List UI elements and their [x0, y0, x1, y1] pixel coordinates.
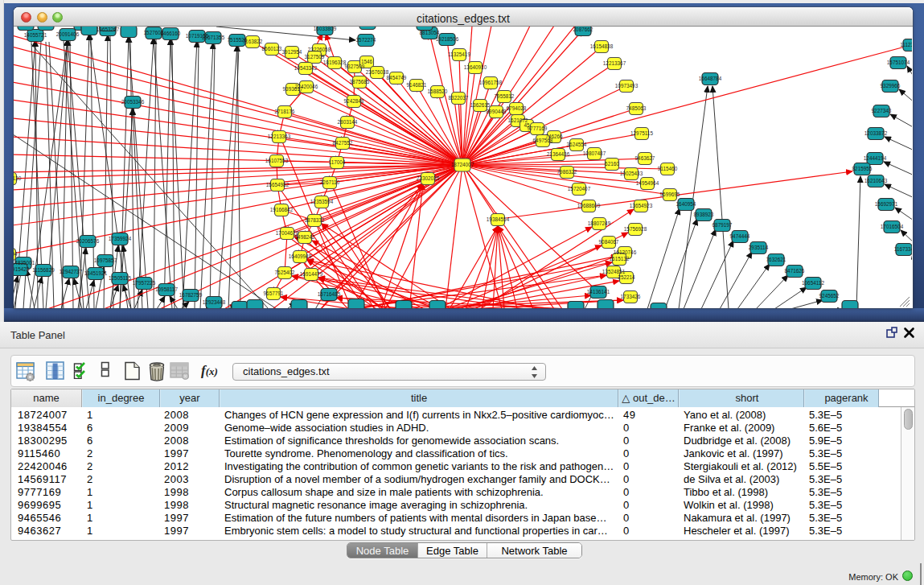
svg-text:1362615: 1362615	[470, 102, 491, 108]
svg-text:6466160: 6466160	[161, 31, 181, 36]
svg-text:3915423: 3915423	[14, 266, 30, 272]
svg-text:453594: 453594	[14, 251, 18, 257]
svg-text:10543342: 10543342	[294, 65, 318, 71]
svg-text:12444194: 12444194	[864, 155, 887, 161]
svg-text:14835001: 14835001	[14, 260, 35, 266]
svg-text:12942737: 12942737	[60, 269, 83, 274]
svg-text:8471626: 8471626	[785, 268, 805, 274]
svg-text:6879197: 6879197	[713, 222, 733, 228]
svg-text:8660123: 8660123	[262, 46, 282, 51]
svg-text:14954964: 14954964	[636, 180, 659, 186]
svg-text:2087662: 2087662	[573, 27, 593, 32]
svg-text:3875685: 3875685	[350, 79, 370, 84]
svg-text:11156829: 11156829	[32, 267, 55, 273]
svg-text:10654112: 10654112	[802, 280, 824, 286]
svg-text:1167334: 1167334	[894, 246, 912, 252]
svg-text:12213367: 12213367	[603, 60, 626, 66]
svg-text:15692971: 15692971	[875, 201, 898, 207]
svg-text:8938923: 8938923	[694, 212, 714, 217]
svg-text:13524851: 13524851	[602, 269, 626, 274]
svg-text:19384554: 19384554	[487, 216, 510, 222]
svg-text:13267130: 13267130	[14, 175, 22, 181]
svg-text:16782759: 16782759	[179, 292, 203, 298]
svg-text:2803144: 2803144	[338, 119, 358, 125]
svg-text:6794028: 6794028	[507, 105, 527, 111]
svg-text:16914479: 16914479	[300, 271, 323, 277]
svg-text:12033872: 12033872	[864, 130, 888, 136]
svg-text:7955812: 7955812	[495, 93, 515, 99]
svg-text:9084067: 9084067	[599, 239, 619, 245]
svg-text:23302035: 23302035	[417, 175, 440, 181]
svg-text:7485063: 7485063	[626, 105, 647, 111]
svg-text:7632621: 7632621	[766, 257, 786, 262]
svg-text:13654923: 13654923	[630, 203, 653, 208]
svg-text:14136141: 14136141	[587, 289, 610, 295]
svg-text:15716485: 15716485	[318, 291, 341, 297]
svg-text:9242848: 9242848	[344, 98, 364, 104]
svg-text:3127509: 3127509	[305, 54, 325, 60]
svg-text:18807249: 18807249	[588, 220, 611, 226]
svg-text:9146821: 9146821	[407, 82, 427, 88]
svg-text:9245652: 9245652	[819, 293, 840, 299]
svg-text:16409949: 16409949	[289, 253, 312, 259]
svg-text:9699695: 9699695	[660, 192, 680, 197]
svg-text:10958117: 10958117	[155, 286, 178, 292]
svg-text:12213363: 12213363	[268, 134, 291, 139]
svg-text:9463627: 9463627	[635, 155, 655, 161]
svg-text:9393617: 9393617	[283, 86, 303, 92]
svg-text:10688609: 10688609	[577, 203, 601, 208]
svg-text:19218506: 19218506	[436, 36, 459, 42]
svg-text:62160: 62160	[605, 161, 619, 167]
svg-text:8813054: 8813054	[420, 30, 440, 35]
svg-text:16654982: 16654982	[266, 182, 290, 187]
svg-text:11325419: 11325419	[448, 51, 470, 57]
svg-text:16120746: 16120746	[614, 249, 637, 255]
svg-text:10973493: 10973493	[615, 83, 639, 89]
svg-text:13640910: 13640910	[464, 64, 487, 70]
svg-text:16210643: 16210643	[864, 178, 888, 183]
svg-text:15720407: 15720407	[568, 186, 591, 192]
svg-text:14055721: 14055721	[24, 32, 47, 38]
svg-text:16107553: 16107553	[265, 158, 289, 163]
svg-text:20091406: 20091406	[56, 31, 80, 37]
svg-text:23676038: 23676038	[366, 69, 389, 75]
svg-text:9329966: 9329966	[881, 83, 901, 89]
svg-text:12505115: 12505115	[109, 275, 131, 281]
svg-text:3878332: 3878332	[305, 217, 325, 223]
svg-text:11123704: 11123704	[900, 42, 912, 47]
svg-text:19166842: 19166842	[270, 207, 294, 212]
svg-text:16671355: 16671355	[202, 35, 225, 40]
svg-text:9474444: 9474444	[730, 233, 750, 239]
svg-text:9777169: 9777169	[528, 126, 548, 131]
svg-text:9115460: 9115460	[658, 166, 678, 171]
svg-text:7625402: 7625402	[275, 270, 295, 275]
svg-text:1615132: 1615132	[610, 256, 630, 262]
svg-text:1640954: 1640954	[676, 201, 696, 207]
svg-text:17016504: 17016504	[881, 224, 904, 229]
svg-text:21364436: 21364436	[547, 151, 570, 157]
svg-text:8215955: 8215955	[852, 166, 873, 171]
svg-text:7163822: 7163822	[243, 39, 263, 44]
svg-text:8990448: 8990448	[487, 109, 507, 114]
svg-text:5498242: 5498242	[295, 234, 315, 240]
svg-text:16033809: 16033809	[314, 27, 337, 31]
svg-text:16154838: 16154838	[590, 43, 614, 49]
svg-text:10653267: 10653267	[97, 27, 120, 32]
svg-text:6497568: 6497568	[533, 138, 553, 143]
svg-text:1546: 1546	[361, 59, 373, 64]
svg-text:9227343: 9227343	[872, 108, 892, 113]
svg-text:9657791: 9657791	[264, 290, 284, 296]
svg-text:8454749: 8454749	[387, 75, 407, 80]
svg-text:7986322: 7986322	[557, 169, 577, 175]
svg-text:18196328: 18196328	[323, 60, 347, 65]
svg-text:16648784: 16648784	[699, 76, 722, 81]
svg-text:10961758: 10961758	[479, 80, 503, 85]
svg-text:117004: 117004	[329, 159, 346, 165]
svg-text:8322037: 8322037	[449, 95, 469, 101]
svg-text:13451921: 13451921	[84, 270, 108, 276]
svg-text:20206576: 20206576	[76, 238, 100, 244]
svg-text:17359924: 17359924	[109, 236, 132, 241]
svg-text:20053346: 20053346	[121, 99, 145, 105]
svg-text:10025433: 10025433	[620, 171, 643, 176]
svg-text:1733426: 1733426	[621, 294, 641, 299]
